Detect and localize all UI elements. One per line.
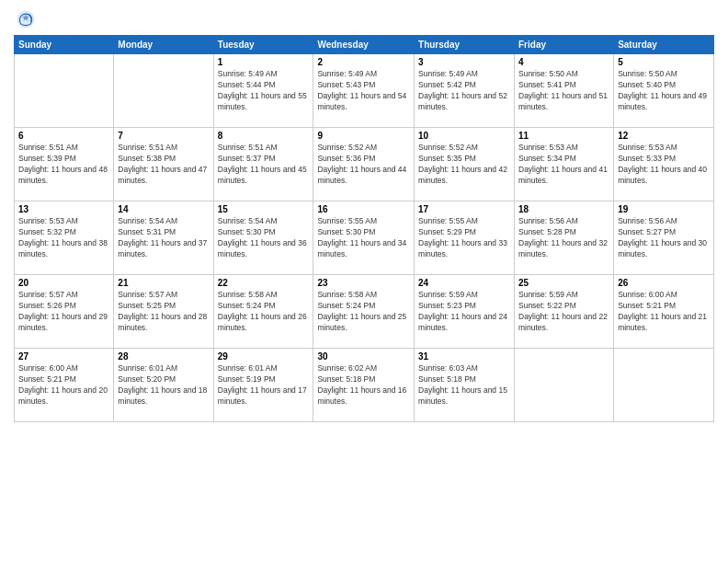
weekday-header-thursday: Thursday <box>415 36 515 54</box>
calendar-cell: 19Sunrise: 5:56 AMSunset: 5:27 PMDayligh… <box>614 201 714 275</box>
week-row-3: 13Sunrise: 5:53 AMSunset: 5:32 PMDayligh… <box>15 201 714 275</box>
calendar-cell: 12Sunrise: 5:53 AMSunset: 5:33 PMDayligh… <box>614 128 714 201</box>
day-info: Sunrise: 5:51 AMSunset: 5:37 PMDaylight:… <box>218 143 310 187</box>
calendar-cell: 7Sunrise: 5:51 AMSunset: 5:38 PMDaylight… <box>114 128 213 201</box>
day-info: Sunrise: 5:56 AMSunset: 5:28 PMDaylight:… <box>518 216 609 260</box>
day-info: Sunrise: 5:50 AMSunset: 5:40 PMDaylight:… <box>618 69 710 113</box>
calendar-cell: 22Sunrise: 5:58 AMSunset: 5:24 PMDayligh… <box>213 275 313 349</box>
calendar-cell: 1Sunrise: 5:49 AMSunset: 5:44 PMDaylight… <box>213 54 313 128</box>
day-number: 29 <box>218 351 310 362</box>
day-info: Sunrise: 5:50 AMSunset: 5:41 PMDaylight:… <box>518 69 609 113</box>
weekday-header-saturday: Saturday <box>614 36 714 54</box>
day-number: 22 <box>218 278 310 288</box>
day-number: 16 <box>317 204 410 214</box>
calendar-cell: 26Sunrise: 6:00 AMSunset: 5:21 PMDayligh… <box>614 275 714 349</box>
calendar-cell: 8Sunrise: 5:51 AMSunset: 5:37 PMDaylight… <box>213 128 313 201</box>
week-row-4: 20Sunrise: 5:57 AMSunset: 5:26 PMDayligh… <box>15 275 714 349</box>
logo-icon <box>16 9 36 29</box>
calendar-cell: 31Sunrise: 6:03 AMSunset: 5:18 PMDayligh… <box>415 349 515 422</box>
calendar-cell: 23Sunrise: 5:58 AMSunset: 5:24 PMDayligh… <box>313 275 415 349</box>
calendar-cell: 3Sunrise: 5:49 AMSunset: 5:42 PMDaylight… <box>415 54 515 128</box>
day-number: 30 <box>317 351 410 362</box>
weekday-header-sunday: Sunday <box>15 36 114 54</box>
weekday-header-friday: Friday <box>515 36 614 54</box>
week-row-1: 1Sunrise: 5:49 AMSunset: 5:44 PMDaylight… <box>15 54 714 128</box>
day-number: 8 <box>218 131 310 141</box>
day-number: 26 <box>618 278 710 288</box>
day-number: 1 <box>218 57 310 67</box>
weekday-header-row: SundayMondayTuesdayWednesdayThursdayFrid… <box>15 36 714 54</box>
day-info: Sunrise: 5:49 AMSunset: 5:44 PMDaylight:… <box>218 69 310 113</box>
day-number: 2 <box>317 57 410 67</box>
weekday-header-monday: Monday <box>114 36 213 54</box>
calendar-page: SundayMondayTuesdayWednesdayThursdayFrid… <box>0 0 728 563</box>
day-info: Sunrise: 5:49 AMSunset: 5:43 PMDaylight:… <box>317 69 410 113</box>
calendar-table: SundayMondayTuesdayWednesdayThursdayFrid… <box>14 35 714 422</box>
calendar-cell: 25Sunrise: 5:59 AMSunset: 5:22 PMDayligh… <box>515 275 614 349</box>
day-number: 3 <box>418 57 510 67</box>
day-info: Sunrise: 5:56 AMSunset: 5:27 PMDaylight:… <box>618 216 710 260</box>
day-info: Sunrise: 5:59 AMSunset: 5:22 PMDaylight:… <box>518 290 609 334</box>
day-info: Sunrise: 5:55 AMSunset: 5:30 PMDaylight:… <box>317 216 410 260</box>
calendar-cell: 9Sunrise: 5:52 AMSunset: 5:36 PMDaylight… <box>313 128 415 201</box>
day-info: Sunrise: 5:52 AMSunset: 5:35 PMDaylight:… <box>418 143 510 187</box>
calendar-cell: 15Sunrise: 5:54 AMSunset: 5:30 PMDayligh… <box>213 201 313 275</box>
day-info: Sunrise: 6:01 AMSunset: 5:20 PMDaylight:… <box>118 363 209 408</box>
calendar-cell <box>114 54 213 128</box>
day-info: Sunrise: 5:57 AMSunset: 5:26 PMDaylight:… <box>18 290 109 334</box>
day-number: 12 <box>618 131 710 141</box>
calendar-cell: 28Sunrise: 6:01 AMSunset: 5:20 PMDayligh… <box>114 349 213 422</box>
day-number: 11 <box>518 131 609 141</box>
day-number: 25 <box>518 278 609 288</box>
header <box>14 9 714 29</box>
logo <box>14 9 36 29</box>
day-info: Sunrise: 5:53 AMSunset: 5:32 PMDaylight:… <box>18 216 109 260</box>
calendar-cell: 21Sunrise: 5:57 AMSunset: 5:25 PMDayligh… <box>114 275 213 349</box>
day-number: 20 <box>18 278 109 288</box>
day-number: 9 <box>317 131 410 141</box>
day-number: 28 <box>118 351 209 362</box>
day-info: Sunrise: 5:54 AMSunset: 5:31 PMDaylight:… <box>118 216 209 260</box>
weekday-header-wednesday: Wednesday <box>313 36 415 54</box>
day-info: Sunrise: 5:49 AMSunset: 5:42 PMDaylight:… <box>418 69 510 113</box>
day-number: 24 <box>418 278 510 288</box>
day-number: 21 <box>118 278 209 288</box>
day-number: 6 <box>18 131 109 141</box>
day-info: Sunrise: 5:55 AMSunset: 5:29 PMDaylight:… <box>418 216 510 260</box>
day-number: 10 <box>418 131 510 141</box>
day-number: 13 <box>18 204 109 214</box>
day-info: Sunrise: 6:02 AMSunset: 5:18 PMDaylight:… <box>317 363 410 408</box>
day-info: Sunrise: 5:57 AMSunset: 5:25 PMDaylight:… <box>118 290 209 334</box>
day-number: 15 <box>218 204 310 214</box>
calendar-cell: 5Sunrise: 5:50 AMSunset: 5:40 PMDaylight… <box>614 54 714 128</box>
calendar-cell: 11Sunrise: 5:53 AMSunset: 5:34 PMDayligh… <box>515 128 614 201</box>
calendar-cell: 24Sunrise: 5:59 AMSunset: 5:23 PMDayligh… <box>415 275 515 349</box>
day-info: Sunrise: 6:00 AMSunset: 5:21 PMDaylight:… <box>18 363 109 408</box>
calendar-cell: 4Sunrise: 5:50 AMSunset: 5:41 PMDaylight… <box>515 54 614 128</box>
day-info: Sunrise: 6:00 AMSunset: 5:21 PMDaylight:… <box>618 290 710 334</box>
day-number: 5 <box>618 57 710 67</box>
day-info: Sunrise: 6:03 AMSunset: 5:18 PMDaylight:… <box>418 363 510 408</box>
calendar-cell: 2Sunrise: 5:49 AMSunset: 5:43 PMDaylight… <box>313 54 415 128</box>
calendar-cell: 16Sunrise: 5:55 AMSunset: 5:30 PMDayligh… <box>313 201 415 275</box>
day-info: Sunrise: 5:59 AMSunset: 5:23 PMDaylight:… <box>418 290 510 334</box>
day-info: Sunrise: 5:58 AMSunset: 5:24 PMDaylight:… <box>317 290 410 334</box>
day-number: 14 <box>118 204 209 214</box>
day-number: 4 <box>518 57 609 67</box>
day-info: Sunrise: 5:53 AMSunset: 5:34 PMDaylight:… <box>518 143 609 187</box>
calendar-cell: 10Sunrise: 5:52 AMSunset: 5:35 PMDayligh… <box>415 128 515 201</box>
day-number: 19 <box>618 204 710 214</box>
week-row-5: 27Sunrise: 6:00 AMSunset: 5:21 PMDayligh… <box>15 349 714 422</box>
calendar-cell: 18Sunrise: 5:56 AMSunset: 5:28 PMDayligh… <box>515 201 614 275</box>
calendar-cell <box>15 54 114 128</box>
calendar-cell: 14Sunrise: 5:54 AMSunset: 5:31 PMDayligh… <box>114 201 213 275</box>
day-info: Sunrise: 5:51 AMSunset: 5:38 PMDaylight:… <box>118 143 209 187</box>
calendar-cell: 6Sunrise: 5:51 AMSunset: 5:39 PMDaylight… <box>15 128 114 201</box>
day-info: Sunrise: 5:53 AMSunset: 5:33 PMDaylight:… <box>618 143 710 187</box>
calendar-cell: 20Sunrise: 5:57 AMSunset: 5:26 PMDayligh… <box>15 275 114 349</box>
week-row-2: 6Sunrise: 5:51 AMSunset: 5:39 PMDaylight… <box>15 128 714 201</box>
day-info: Sunrise: 6:01 AMSunset: 5:19 PMDaylight:… <box>218 363 310 408</box>
calendar-cell <box>614 349 714 422</box>
day-info: Sunrise: 5:58 AMSunset: 5:24 PMDaylight:… <box>218 290 310 334</box>
day-number: 23 <box>317 278 410 288</box>
